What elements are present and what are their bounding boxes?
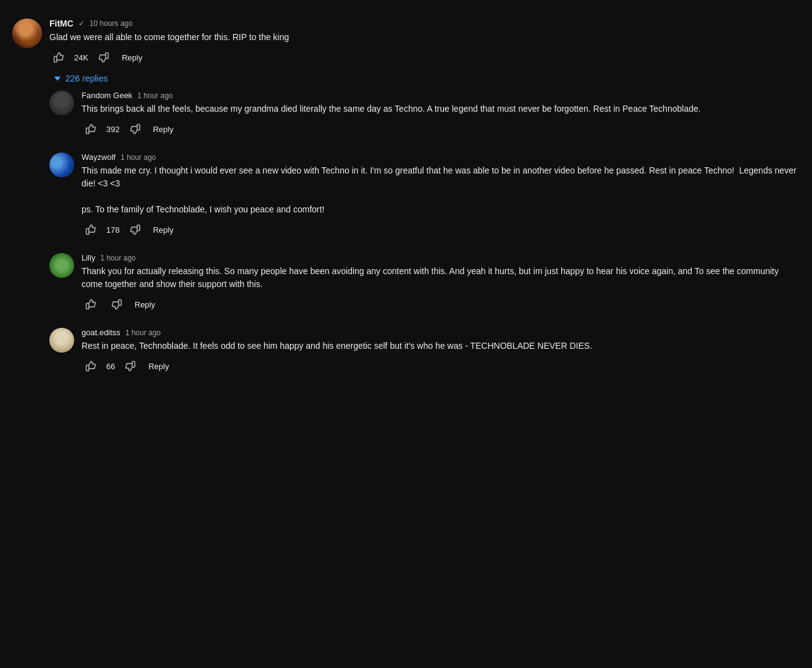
comment-header-fitmc: FitMC ✓ 10 hours ago [49,19,800,28]
timestamp-fandom-geek: 1 hour ago [137,91,172,100]
dislike-button-fandom-geek[interactable] [125,120,144,138]
comment-body-fitmc: FitMC ✓ 10 hours ago Glad we were all ab… [49,19,800,86]
comment-text-wayzwolf: This made me cry. I thought i would ever… [82,164,800,216]
username-fitmc: FitMC [49,19,73,28]
avatar-wayzwolf [49,152,74,177]
thumbs-down-icon-wayzwolf [128,223,141,236]
timestamp-lilly: 1 hour ago [100,254,135,262]
dislike-button-lilly[interactable] [106,296,126,313]
like-count-goat: 66 [106,362,115,371]
replies-count-fitmc: 226 replies [65,73,108,83]
avatar-fitmc [12,19,42,48]
comment-text-fandom-geek: This brings back all the feels, because … [82,102,800,115]
comment-fitmc: FitMC ✓ 10 hours ago Glad we were all ab… [12,19,800,86]
comment-header-fandom-geek: Fandom Geek 1 hour ago [82,91,800,100]
comment-body-fandom-geek: Fandom Geek 1 hour ago This brings back … [82,91,800,138]
like-button-lilly[interactable] [82,296,101,313]
dislike-button-goat[interactable] [120,357,140,375]
comment-text-lilly: Thank you for actually releasing this. S… [82,265,800,291]
comment-actions-fandom-geek: 392 Reply [82,120,800,138]
reply-button-fandom-geek[interactable]: Reply [149,122,177,136]
thumbs-down-icon-fandom-geek [128,123,141,135]
like-count-wayzwolf: 178 [106,225,120,235]
like-button-fandom-geek[interactable] [82,120,101,138]
reply-button-goat[interactable]: Reply [144,359,172,374]
thumbs-up-icon-fitmc [53,51,65,64]
username-goat: goat.editss [82,328,120,337]
comment-actions-goat: 66 Reply [82,357,800,375]
comment-body-lilly: Lilly 1 hour ago Thank you for actually … [82,253,800,313]
thumbs-up-icon-lilly [85,298,98,311]
thumbs-up-icon-wayzwolf [85,223,98,236]
replies-toggle-fitmc[interactable]: 226 replies [49,71,113,86]
comment-actions-fitmc: 24K Reply [49,49,800,66]
like-count-fandom-geek: 392 [106,125,120,134]
comment-header-wayzwolf: Wayzwolf 1 hour ago [82,152,800,162]
comment-text-goat: Rest in peace, Technoblade. It feels odd… [82,340,800,353]
comment-body-goat: goat.editss 1 hour ago Rest in peace, Te… [82,328,800,375]
comment-header-lilly: Lilly 1 hour ago [82,253,800,262]
verified-icon-fitmc: ✓ [78,19,85,28]
username-lilly: Lilly [82,253,95,262]
reply-button-wayzwolf[interactable]: Reply [149,223,177,237]
timestamp-goat: 1 hour ago [125,328,161,337]
avatar-fandom-geek [49,91,74,115]
comment-wayzwolf: Wayzwolf 1 hour ago This made me cry. I … [49,152,800,238]
dislike-button-wayzwolf[interactable] [125,221,144,238]
timestamp-wayzwolf: 1 hour ago [120,153,156,162]
thumbs-down-icon-lilly [110,298,122,311]
timestamp-fitmc: 10 hours ago [90,19,133,28]
comment-goat: goat.editss 1 hour ago Rest in peace, Te… [49,328,800,375]
avatar-lilly [49,253,74,278]
comment-actions-wayzwolf: 178 Reply [82,221,800,238]
thumbs-up-icon-goat [85,360,98,372]
reply-button-lilly[interactable]: Reply [131,298,159,312]
like-count-fitmc: 24K [74,53,88,62]
avatar-goat [49,328,74,353]
thumbs-down-icon-goat [123,360,136,372]
username-fandom-geek: Fandom Geek [82,91,132,100]
reply-button-fitmc[interactable]: Reply [118,51,146,65]
like-button-fitmc[interactable] [49,49,69,66]
comments-container: FitMC ✓ 10 hours ago Glad we were all ab… [12,12,800,396]
comment-body-wayzwolf: Wayzwolf 1 hour ago This made me cry. I … [82,152,800,238]
like-button-goat[interactable] [82,357,101,375]
comment-actions-lilly: Reply [82,296,800,313]
comment-text-fitmc: Glad we were all able to come together f… [49,31,800,44]
like-button-wayzwolf[interactable] [82,221,101,238]
comment-header-goat: goat.editss 1 hour ago [82,328,800,337]
dislike-button-fitmc[interactable] [93,49,113,66]
comment-fandom-geek: Fandom Geek 1 hour ago This brings back … [49,91,800,138]
thumbs-down-icon-fitmc [97,51,109,64]
comment-lilly: Lilly 1 hour ago Thank you for actually … [49,253,800,313]
triangle-down-icon [54,77,61,81]
thumbs-up-icon-fandom-geek [85,123,98,135]
username-wayzwolf: Wayzwolf [82,152,115,162]
